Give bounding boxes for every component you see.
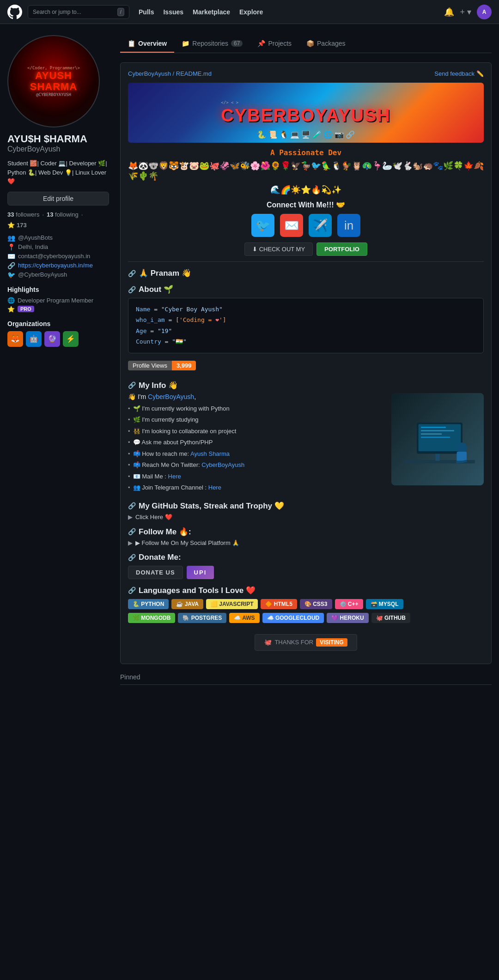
link-icon: 🔗: [128, 270, 136, 277]
follow-social-row: ▶ ▶ Follow Me On My Social Platform 🙏: [128, 539, 484, 546]
tab-repositories[interactable]: 📁 Repositories 67: [174, 35, 250, 53]
plus-icon[interactable]: + ▾: [460, 7, 471, 17]
follow-me-title: Follow Me 🔥:: [139, 527, 191, 537]
readme-card: CyberBoyAyush / README.md Send feedback …: [120, 62, 492, 664]
edit-profile-button[interactable]: Edit profile: [7, 192, 109, 206]
linkedin-icon[interactable]: in: [337, 214, 360, 237]
tools-grid: 🐍 PYTHON ☕ JAVA 🟨 JAVASCRIPT 🔶 HTML5 🎨 C…: [128, 599, 484, 609]
packages-icon: 📦: [306, 40, 314, 47]
org-2[interactable]: 🤖: [26, 331, 42, 347]
tool-css3: 🎨 CSS3: [300, 599, 332, 609]
notification-icon[interactable]: 🔔: [444, 7, 454, 17]
svg-point-8: [456, 442, 467, 453]
triangle-icon: ▶: [128, 514, 133, 520]
info-greeting: 👋 I'm CyberBoyAyush,: [128, 393, 384, 400]
tool-mongodb: 🌿 MONGODB: [128, 613, 175, 623]
issues-link[interactable]: Issues: [163, 8, 183, 16]
meta-email: ✉️ contact@cyberboyayush.in: [7, 253, 109, 260]
highlights-heading: Highlights: [7, 286, 109, 293]
my-info-text: 👋 I'm CyberBoyAyush, • 🌱 I'm currently w…: [128, 393, 384, 495]
avatar-badge: [84, 114, 95, 125]
meta-website[interactable]: 🔗 https://cyberboyayush.in/me: [7, 262, 109, 269]
twitter-icon[interactable]: 🐦: [251, 214, 274, 237]
gmail-icon[interactable]: ✉️: [280, 214, 303, 237]
portfolio-buttons: ⬇ CHECK OUT MY PORTFOLIO: [128, 242, 484, 256]
info-item-8: • 👥 Join Telegram Channel : Here: [128, 483, 384, 492]
org-1[interactable]: 🦊: [7, 331, 23, 347]
banner-image: </> < > CYBERBOYAYUSH 🐍📜🐧💻🖥️🧪🌐📷🔗: [128, 83, 484, 143]
stats-click-here: ▶ Click Here ❤️: [128, 514, 484, 520]
highlights-section: Highlights 🌐 Developer Program Member ⭐ …: [7, 286, 109, 313]
donate-us-button[interactable]: DONATE US: [128, 566, 183, 579]
about-link-icon: 🔗: [128, 286, 136, 293]
about-code-block: Name = "Cyber Boy Ayush" who_i_am = ['Co…: [128, 298, 484, 353]
follow-stats: 33 followers · 13 following ·: [7, 211, 109, 218]
github-logo-icon[interactable]: [7, 5, 22, 19]
connect-section: Connect With Me!!! 🤝 🐦 ✉️ ✈️ in ⬇ CHECK …: [128, 200, 484, 256]
followers-count: 33 followers: [7, 211, 39, 218]
passionate-dev-text: A Passionate Dev: [128, 148, 484, 157]
tab-overview[interactable]: 📋 Overview: [120, 35, 174, 53]
tool-googlecloud: ☁️ GOOGLECLOUD: [262, 613, 324, 623]
thanks-banner: 🐙 THANKS FOR VISITING: [255, 634, 357, 651]
profile-name: AYU$H $HARMA: [7, 133, 109, 145]
tool-heroku: 💜 HEROKU: [327, 613, 368, 623]
marketplace-link[interactable]: Marketplace: [193, 8, 230, 16]
pranam-title: 🙏 Pranam 👋: [139, 268, 191, 278]
org-3[interactable]: 🔮: [44, 331, 60, 347]
tools-grid-2: 🌿 MONGODB 🐘 POSTGRES ☁️ AWS ☁️ GOOGLECLO…: [128, 613, 484, 623]
about-section-header: 🔗 About 🌱: [128, 284, 484, 294]
header: Search or jump to... / Pulls Issues Mark…: [0, 0, 499, 24]
my-info-layout: 👋 I'm CyberBoyAyush, • 🌱 I'm currently w…: [128, 393, 484, 495]
stats-link-icon: 🔗: [128, 502, 136, 509]
connect-title: Connect With Me!!! 🤝: [128, 200, 484, 209]
pinned-heading: Pinned: [120, 673, 492, 685]
telegram-icon[interactable]: ✈️: [309, 214, 332, 237]
tool-aws: ☁️ AWS: [229, 613, 259, 623]
about-title: About 🌱: [139, 284, 173, 294]
donate-title: Donate Me:: [139, 553, 181, 562]
visiting-label: VISITING: [316, 638, 347, 647]
tool-github: 🐙 GITHUB: [371, 613, 410, 623]
github-stats-section-header: 🔗 My GitHub Stats, Streak and Trophy 💛: [128, 501, 484, 511]
banner-tech-icons: 🐍📜🐧💻🖥️🧪🌐📷🔗: [257, 130, 355, 139]
banner-title: </> < > CYBERBOYAYUSH: [221, 100, 390, 126]
upi-button[interactable]: UPI: [187, 566, 214, 579]
donate-section-header: 🔗 Donate Me:: [128, 553, 484, 562]
profile-tabs: 📋 Overview 📁 Repositories 67 📌 Projects …: [120, 35, 492, 53]
profile-views-badge: Profile Views 3,999: [128, 361, 196, 370]
tool-java: ☕ JAVA: [171, 599, 203, 609]
developer-illustration: [391, 393, 484, 485]
emoji-followers-row: 🦊🐼🐨🦁🐯🐮🐷🐸🐙🦑🦋🐝🌸🌺🌻🌹🦅🦆🐦🦜🐧🐓🦉🦚🦩🦢🕊️🐇🐿️🦔🐾🌿🍀🍁🍂🌾🌵🌴: [128, 161, 484, 181]
overview-icon: 📋: [128, 40, 135, 47]
follow-link-icon: 🔗: [128, 528, 136, 535]
pulls-link[interactable]: Pulls: [139, 8, 154, 16]
info-item-6: • 📫 Reach Me On Twitter: CyberBoyAyush: [128, 460, 384, 470]
pro-badge: PRO: [18, 306, 34, 312]
languages-section-header: 🔗 Languages and Tools I Love ❤️: [128, 586, 484, 595]
emoji-row-2: 🌊🌈☀️⭐🔥💫✨: [128, 185, 484, 195]
stats-title: My GitHub Stats, Streak and Trophy 💛: [139, 501, 284, 511]
highlight-dev-program: 🌐 Developer Program Member: [7, 297, 109, 304]
portfolio-button[interactable]: PORTFOLIO: [316, 242, 367, 256]
info-item-1: • 🌱 I'm currently working with Python: [128, 404, 384, 413]
user-avatar[interactable]: A: [477, 5, 492, 19]
info-item-7: • 📧 Mail Me : Here: [128, 472, 384, 481]
main-content: 📋 Overview 📁 Repositories 67 📌 Projects …: [120, 35, 492, 685]
organizations-heading: Organizations: [7, 320, 109, 327]
info-item-4: • 💬 Ask me about Python/PHP: [128, 438, 384, 447]
org-4[interactable]: ⚡: [63, 331, 79, 347]
tab-projects[interactable]: 📌 Projects: [250, 35, 299, 53]
my-info-title: My Info 👋: [139, 381, 178, 390]
header-actions: 🔔 + ▾ A: [444, 5, 492, 19]
readme-card-header: CyberBoyAyush / README.md Send feedback …: [128, 70, 484, 77]
stars-count: ⭐ 173: [7, 222, 109, 229]
my-info-link-icon: 🔗: [128, 381, 136, 389]
tab-packages[interactable]: 📦 Packages: [299, 35, 353, 53]
explore-link[interactable]: Explore: [239, 8, 263, 16]
svg-rect-6: [421, 433, 442, 435]
checkout-button[interactable]: ⬇ CHECK OUT MY: [244, 242, 313, 256]
search-input[interactable]: Search or jump to... /: [28, 5, 129, 19]
profile-views-label: Profile Views: [128, 361, 172, 370]
send-feedback-button[interactable]: Send feedback ✏️: [434, 70, 484, 77]
